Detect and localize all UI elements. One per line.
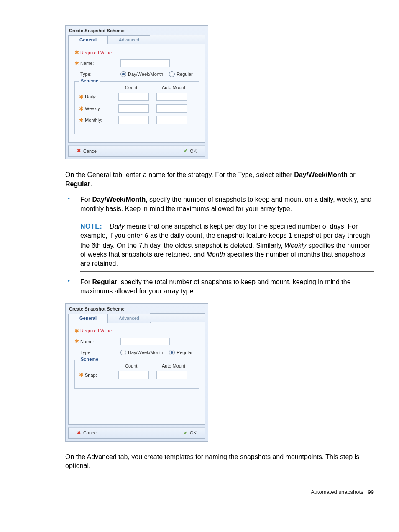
name-label: Name: (80, 339, 120, 344)
radio-regular[interactable]: Regular (169, 71, 193, 77)
weekly-automount-input[interactable] (156, 104, 187, 113)
dialog-footer: ✖ Cancel ✔ OK (68, 145, 205, 157)
radio-dwm[interactable]: Day/Week/Month (120, 71, 163, 77)
close-icon: ✖ (77, 430, 81, 436)
fieldset-legend: Scheme (79, 357, 100, 362)
daily-automount-input[interactable] (156, 93, 187, 101)
close-icon: ✖ (77, 148, 81, 154)
note-label: NOTE: (80, 223, 102, 230)
required-star-icon: ✱ (79, 94, 85, 100)
create-snapshot-scheme-dialog-dwm: Create Snapshot Scheme General Advanced … (65, 25, 208, 159)
name-label: Name: (80, 61, 120, 66)
count-header: Count (125, 85, 162, 90)
ok-button[interactable]: ✔ OK (184, 148, 197, 154)
check-icon: ✔ (184, 148, 187, 154)
scheme-fieldset: Scheme Count Auto Mount ✱Daily: ✱Weekly:… (74, 81, 199, 134)
daily-count-input[interactable] (118, 93, 149, 101)
dialog-title: Create Snapshot Scheme (66, 26, 208, 35)
radio-icon (169, 350, 175, 355)
monthly-count-input[interactable] (118, 116, 149, 124)
tabs: General Advanced (66, 313, 208, 322)
list-item: For Regular, specify the total number of… (65, 278, 374, 296)
tabs-spacer (150, 313, 205, 322)
page-footer: Automated snapshots 99 (65, 489, 374, 495)
fieldset-legend: Scheme (79, 78, 100, 83)
required-value-label: Required Value (80, 328, 112, 333)
dialog-footer: ✖ Cancel ✔ OK (68, 427, 205, 439)
snap-label: Snap: (85, 373, 97, 378)
cancel-button[interactable]: ✖ Cancel (77, 430, 97, 436)
dialog-body: ✱ Required Value ✱ Name: Type: Day/Week/… (68, 322, 205, 425)
required-star-icon: ✱ (79, 372, 85, 378)
monthly-label: Monthly: (85, 118, 102, 123)
general-intro-paragraph: On the General tab, enter a name for the… (65, 170, 374, 188)
type-label: Type: (80, 350, 120, 355)
count-header: Count (125, 363, 162, 368)
footer-section: Automated snapshots (311, 489, 363, 495)
tab-general[interactable]: General (68, 314, 108, 323)
snap-automount-input[interactable] (156, 371, 187, 379)
required-star-icon: ✱ (79, 118, 85, 123)
automount-header: Auto Mount (162, 363, 194, 368)
radio-icon (169, 71, 175, 77)
check-icon: ✔ (184, 430, 187, 436)
radio-icon (120, 71, 126, 77)
tab-advanced[interactable]: Advanced (107, 35, 151, 44)
dialog-title: Create Snapshot Scheme (66, 304, 208, 313)
note-box: NOTE: Daily means that one snapshot is k… (80, 218, 374, 272)
radio-dwm-label: Day/Week/Month (128, 350, 163, 355)
ok-label: OK (190, 430, 197, 435)
create-snapshot-scheme-dialog-regular: Create Snapshot Scheme General Advanced … (65, 303, 208, 442)
name-input[interactable] (120, 59, 170, 67)
page-number: 99 (368, 489, 374, 495)
tab-general[interactable]: General (68, 35, 108, 44)
list-item: For Day/Week/Month, specify the number o… (65, 195, 374, 272)
required-star-icon: ✱ (74, 50, 80, 55)
required-star-icon: ✱ (79, 106, 85, 111)
radio-dwm[interactable]: Day/Week/Month (120, 350, 163, 355)
automount-header: Auto Mount (162, 85, 194, 90)
scheme-fieldset: Scheme Count Auto Mount ✱Snap: (74, 360, 199, 389)
snap-count-input[interactable] (118, 371, 149, 379)
required-star-icon: ✱ (74, 339, 80, 344)
radio-icon (120, 350, 126, 355)
required-value-label: Required Value (80, 50, 112, 55)
dialog-body: ✱ Required Value ✱ Name: Type: Day/Week/… (68, 44, 205, 143)
tab-advanced[interactable]: Advanced (107, 314, 151, 323)
monthly-automount-input[interactable] (156, 116, 187, 124)
tabs-spacer (150, 35, 205, 44)
cancel-button[interactable]: ✖ Cancel (77, 148, 97, 154)
type-label: Type: (80, 72, 120, 77)
daily-label: Daily: (85, 94, 97, 99)
ok-button[interactable]: ✔ OK (184, 430, 197, 436)
radio-regular-label: Regular (176, 72, 193, 77)
name-input[interactable] (120, 338, 170, 345)
radio-regular[interactable]: Regular (169, 350, 193, 355)
weekly-label: Weekly: (85, 106, 101, 111)
required-star-icon: ✱ (74, 328, 80, 334)
required-star-icon: ✱ (74, 61, 80, 66)
weekly-count-input[interactable] (118, 104, 149, 113)
cancel-label: Cancel (83, 149, 97, 154)
tabs: General Advanced (66, 35, 208, 44)
bullet-list: For Day/Week/Month, specify the number o… (65, 195, 374, 296)
advanced-paragraph: On the Advanced tab, you create template… (65, 452, 374, 470)
radio-dwm-label: Day/Week/Month (128, 72, 163, 77)
ok-label: OK (190, 149, 197, 154)
radio-regular-label: Regular (176, 350, 193, 355)
cancel-label: Cancel (83, 430, 97, 435)
